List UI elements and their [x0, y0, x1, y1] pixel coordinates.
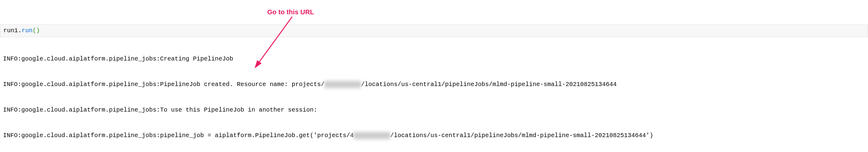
annotation-label: Go to this URL: [267, 8, 314, 17]
code-parens: (): [33, 27, 40, 34]
log-text: PipelineJob created. Resource name: proj…: [160, 81, 324, 88]
output-block: INFO:google.cloud.aiplatform.pipeline_jo…: [0, 37, 868, 152]
code-object: run1.: [3, 27, 22, 34]
log-text: /locations/us-central1/pipelineJobs/mlmd…: [361, 81, 617, 88]
code-method: run: [22, 27, 33, 34]
log-prefix: INFO:google.cloud.aiplatform.pipeline_jo…: [3, 81, 160, 88]
log-line-2: INFO:google.cloud.aiplatform.pipeline_jo…: [3, 80, 865, 89]
log-text: To use this PipelineJob in another sessi…: [160, 106, 317, 113]
log-text: /locations/us-central1/pipelineJobs/mlmd…: [390, 132, 653, 139]
redacted-project-id: xxxxxxxxxx: [324, 80, 361, 89]
log-line-4: INFO:google.cloud.aiplatform.pipeline_jo…: [3, 131, 865, 140]
code-input-cell: run1.run(): [0, 24, 868, 37]
log-line-1: INFO:google.cloud.aiplatform.pipeline_jo…: [3, 55, 865, 63]
log-prefix: INFO:google.cloud.aiplatform.pipeline_jo…: [3, 106, 160, 113]
log-line-3: INFO:google.cloud.aiplatform.pipeline_jo…: [3, 106, 865, 114]
log-prefix: INFO:google.cloud.aiplatform.pipeline_jo…: [3, 132, 160, 139]
log-text: pipeline_job = aiplatform.PipelineJob.ge…: [160, 132, 354, 139]
log-prefix: INFO:google.cloud.aiplatform.pipeline_jo…: [3, 55, 160, 62]
redacted-project-id: xxxxxxxxxx: [354, 131, 390, 140]
log-text: Creating PipelineJob: [160, 55, 233, 62]
